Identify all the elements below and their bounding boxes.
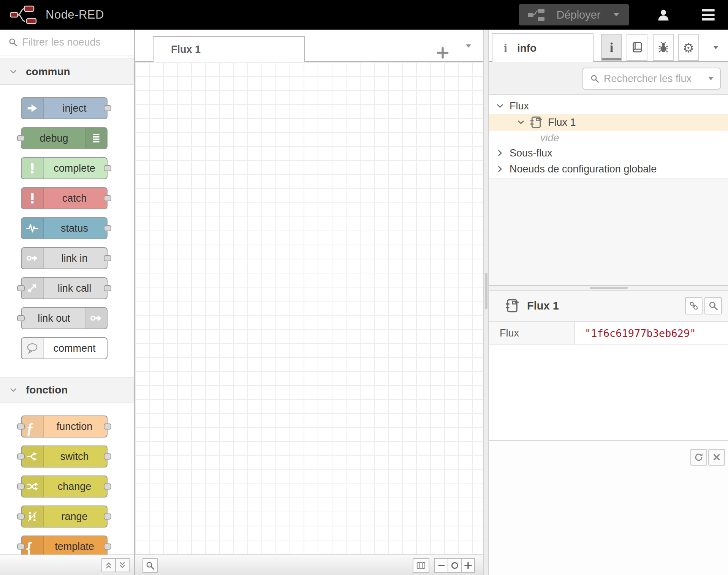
flow-search-input[interactable] (604, 73, 707, 85)
app-title: Node-RED (46, 8, 104, 22)
palette-node-switch[interactable]: switch (21, 445, 108, 468)
search-options-icon[interactable] (707, 75, 715, 82)
bars-icon (90, 132, 102, 144)
deploy-button[interactable]: Déployer (519, 4, 629, 25)
node-red-logo: Node-RED (10, 5, 104, 25)
sidebar-tool-info[interactable]: i (601, 34, 622, 61)
sidebar-tool-help[interactable] (627, 34, 647, 61)
output-port[interactable] (104, 255, 111, 261)
palette-node-link-in[interactable]: link in (21, 247, 108, 269)
flow-search-box[interactable] (582, 68, 721, 90)
output-port[interactable] (104, 513, 111, 520)
input-port[interactable] (17, 453, 25, 460)
output-port[interactable] (104, 423, 111, 430)
input-port[interactable] (17, 423, 25, 430)
input-port[interactable] (17, 543, 25, 550)
palette-filter-input[interactable] (22, 36, 125, 48)
output-port[interactable] (104, 165, 111, 171)
expand-all-button[interactable] (115, 558, 130, 572)
palette-node-inject[interactable]: inject (21, 97, 108, 119)
deploy-options-icon[interactable] (612, 11, 620, 19)
palette-category-commun[interactable]: commun (0, 58, 134, 85)
sidebar-tool-debug[interactable] (653, 34, 674, 61)
add-flow-button[interactable] (435, 39, 450, 53)
flow-icon (505, 298, 519, 314)
sidebar-tool-settings[interactable]: ⚙ (678, 34, 699, 61)
tips-panel (489, 440, 728, 575)
resize-grip (590, 287, 628, 289)
debug-icon (657, 41, 669, 54)
tree-row-flux-1[interactable]: Flux 1 (489, 114, 728, 131)
zoom-in-button[interactable] (461, 558, 475, 573)
node-label: template (44, 536, 105, 554)
output-port[interactable] (104, 285, 111, 291)
copy-link-button[interactable] (685, 297, 703, 314)
tree-row-sous-flux[interactable]: Sous-flux (489, 145, 728, 161)
tab-list-button[interactable] (464, 42, 473, 50)
palette-node-catch[interactable]: catch (21, 187, 108, 209)
user-icon (656, 8, 671, 21)
flow-search-area (489, 62, 728, 95)
palette-search[interactable] (0, 30, 134, 55)
chevron-down-icon[interactable] (517, 118, 525, 126)
palette-node-link-call[interactable]: link call (21, 277, 108, 299)
input-port[interactable] (17, 483, 25, 490)
palette-node-change[interactable]: change (21, 475, 108, 498)
sidebar-tab-info[interactable]: i info (492, 33, 593, 62)
outline-filler (489, 179, 728, 285)
input-port[interactable] (17, 135, 25, 141)
node-label: debug (23, 128, 85, 148)
input-port[interactable] (17, 285, 25, 291)
tips-close-button[interactable] (708, 449, 725, 466)
output-port[interactable] (104, 483, 111, 490)
find-flow-button[interactable] (704, 297, 722, 314)
tree-row-flux[interactable]: Flux (489, 98, 728, 114)
palette-node-status[interactable]: status (21, 217, 108, 239)
palette-node-comment[interactable]: comment (21, 337, 108, 359)
palette-node-complete[interactable]: complete (21, 157, 108, 179)
hamburger-icon (701, 8, 715, 21)
tips-refresh-button[interactable] (690, 449, 707, 466)
arrow-in-icon (26, 102, 38, 114)
palette-node-range[interactable]: range (21, 505, 108, 528)
canvas-footer (135, 554, 483, 575)
workspace-tabbar: Flux 1 (135, 30, 483, 62)
user-button[interactable] (655, 7, 672, 22)
node-label: link in (44, 248, 105, 269)
sidebar-resize-handle[interactable] (483, 30, 489, 575)
tree-row-label: vide (540, 132, 559, 144)
chevron-right-icon[interactable] (496, 149, 504, 157)
palette-node-link-out[interactable]: link out (21, 307, 108, 329)
zoom-out-button[interactable] (434, 558, 448, 573)
palette-category-fonction[interactable]: fonction (0, 377, 134, 403)
output-port[interactable] (104, 195, 111, 201)
main-menu-button[interactable] (700, 7, 717, 22)
sidebar-menu-button[interactable] (712, 43, 720, 52)
output-port[interactable] (104, 453, 111, 460)
panel-resize-handle[interactable] (489, 285, 728, 291)
chevron-down-icon[interactable] (496, 102, 504, 110)
palette-node-debug[interactable]: debug (21, 127, 108, 149)
output-port[interactable] (104, 543, 111, 550)
palette-category-label: commun (26, 66, 70, 78)
palette-node-function[interactable]: ƒfunction (21, 415, 108, 438)
node-icon-region (22, 158, 44, 179)
navigator-button[interactable] (413, 558, 429, 573)
node-icon-region: ƒ (22, 416, 44, 437)
canvas-search-button[interactable] (142, 558, 158, 573)
node-label: complete (44, 158, 105, 179)
chevron-right-icon[interactable] (496, 165, 504, 173)
property-key: Flux (489, 322, 575, 344)
output-port[interactable] (104, 105, 111, 111)
palette-node-template[interactable]: {template (21, 536, 108, 554)
input-port[interactable] (17, 513, 25, 520)
tab-flux-1[interactable]: Flux 1 (153, 36, 305, 62)
zoom-reset-button[interactable] (448, 558, 462, 573)
tree-row-noeuds-de-configuration-globale[interactable]: Noeuds de configuration globale (489, 161, 728, 177)
collapse-all-button[interactable] (101, 558, 116, 572)
tree-row-vide[interactable]: vide (489, 131, 728, 145)
input-port[interactable] (17, 315, 25, 321)
output-port[interactable] (104, 225, 111, 231)
flow-canvas[interactable] (135, 62, 483, 554)
search-icon (590, 74, 599, 83)
